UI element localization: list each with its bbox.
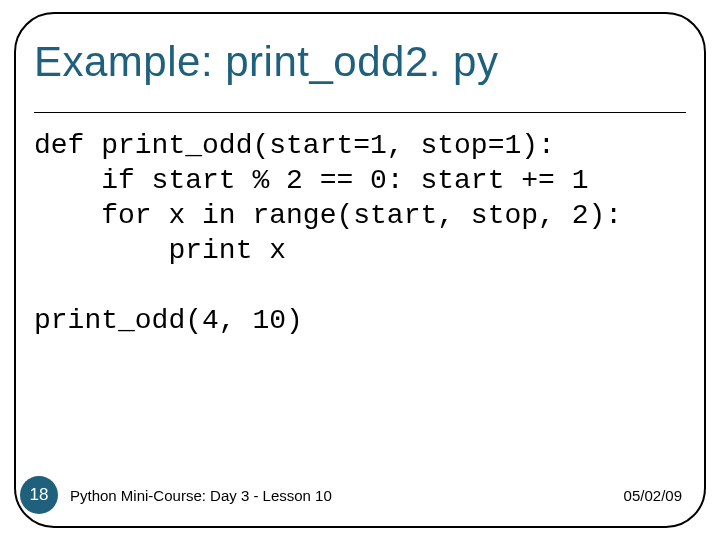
footer-left: Python Mini-Course: Day 3 - Lesson 10 — [70, 487, 332, 504]
slide-title: Example: print_odd2. py — [34, 38, 686, 86]
footer-right: 05/02/09 — [624, 487, 682, 504]
slide: Example: print_odd2. py def print_odd(st… — [0, 0, 720, 540]
title-divider — [34, 112, 686, 113]
code-block: def print_odd(start=1, stop=1): if start… — [34, 128, 686, 338]
slide-number-badge: 18 — [20, 476, 58, 514]
slide-number: 18 — [30, 485, 49, 505]
